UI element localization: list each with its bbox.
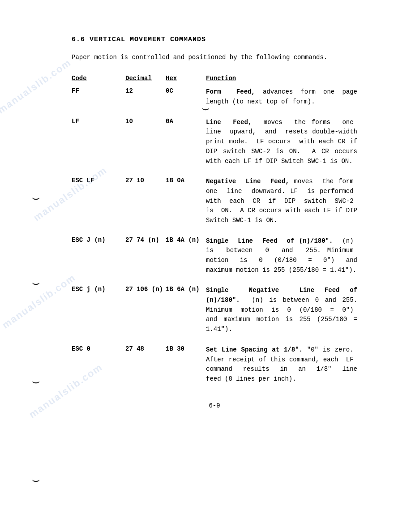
intro-text: Paper motion is controlled and positione… xyxy=(72,52,357,62)
cmd-description-esclf: Negative Line Feed, moves the form one l… xyxy=(206,177,357,225)
cmd-hex-lf: 0A xyxy=(166,118,206,125)
cmd-numbers-ff: 12 0C xyxy=(125,87,206,94)
cmd-decimal-ff: 12 xyxy=(125,87,166,94)
cmd-code-esc0: ESC 0 xyxy=(72,345,125,352)
cmd-hex-esc0: 1B 30 xyxy=(166,345,206,352)
page: manualslib.com manualslib.com manualslib… xyxy=(0,0,411,532)
cmd-numbers-escjn: 27 74 (n) 1B 4A (n) xyxy=(125,236,206,244)
page-number: 6-9 xyxy=(72,402,357,409)
command-row-escjn: ESC J (n) 27 74 (n) 1B 4A (n) Single Lin… xyxy=(72,236,357,275)
chevron-icon-3: ⌣ xyxy=(32,278,40,290)
cmd-hex-escjn: 1B 4A (n) xyxy=(166,236,206,244)
header-decimal: Decimal xyxy=(125,75,166,82)
chevron-icon-4: ⌣ xyxy=(32,376,40,389)
command-row-esclf: ESC LF 27 10 1B 0A Negative Line Feed, m… xyxy=(72,177,357,225)
cmd-code-ff: FF xyxy=(72,87,125,94)
cmd-decimal-escjn: 27 74 (n) xyxy=(125,236,166,244)
command-row-lf: LF 10 0A Line Feed, moves the forms one … xyxy=(72,118,357,166)
cmd-decimal-lf: 10 xyxy=(125,118,166,125)
cmd-decimal-esclf: 27 10 xyxy=(125,177,166,184)
cmd-hex-ff: 0C xyxy=(166,87,206,94)
command-row-escjln: ESC j (n) 27 106 (n) 1B 6A (n) Single Ne… xyxy=(72,286,357,334)
watermark-text: manualslib.com xyxy=(0,57,73,116)
cmd-hex-escjln: 1B 6A (n) xyxy=(166,286,206,293)
cmd-description-escjln: Single Negative Line Feed of (n)/180". (… xyxy=(206,286,357,334)
chevron-icon-1: ⌣ xyxy=(201,103,210,116)
cmd-numbers-esclf: 27 10 1B 0A xyxy=(125,177,206,184)
cmd-decimal-escjln: 27 106 (n) xyxy=(125,286,166,293)
cmd-description-esc0: Set Line Spacing at 1/8". "0" is zero. A… xyxy=(206,345,357,384)
header-code: Code xyxy=(72,75,125,82)
header-function: Function xyxy=(206,75,357,82)
command-row-ff: FF 12 0C Form Feed, advances form one pa… xyxy=(72,87,357,107)
cmd-description-ff: Form Feed, advances form one page length… xyxy=(206,87,357,107)
cmd-numbers-lf: 10 0A xyxy=(125,118,206,125)
header-hex: Hex xyxy=(166,75,206,82)
chevron-icon-2: ⌣ xyxy=(32,193,40,205)
cmd-description-lf: Line Feed, moves the forms one line upwa… xyxy=(206,118,357,166)
cmd-hex-esclf: 1B 0A xyxy=(166,177,206,184)
cmd-code-escjn: ESC J (n) xyxy=(72,236,125,244)
cmd-code-escjln: ESC j (n) xyxy=(72,286,125,293)
table-header: Code Decimal Hex Function xyxy=(72,75,357,83)
section-title: 6.6 VERTICAL MOVEMENT COMMANDS xyxy=(72,36,357,43)
cmd-description-escjn: Single Line Feed of (n)/180". (n) is bet… xyxy=(206,236,357,275)
chevron-icon-5: ⌣ xyxy=(32,475,40,487)
cmd-numbers-esc0: 27 48 1B 30 xyxy=(125,345,206,352)
cmd-decimal-esc0: 27 48 xyxy=(125,345,166,352)
cmd-code-esclf: ESC LF xyxy=(72,177,125,184)
cmd-code-lf: LF xyxy=(72,118,125,125)
cmd-numbers-escjln: 27 106 (n) 1B 6A (n) xyxy=(125,286,206,293)
command-row-esc0: ESC 0 27 48 1B 30 Set Line Spacing at 1/… xyxy=(72,345,357,384)
